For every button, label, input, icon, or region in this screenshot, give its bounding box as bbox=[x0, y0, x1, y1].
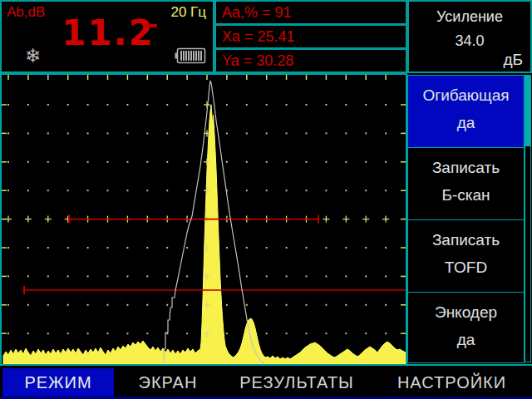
freeze-icon: ❄ bbox=[25, 45, 41, 67]
softkey-record-tofd[interactable]: Записать TOFD bbox=[407, 219, 525, 293]
softkey-state: Б-скан bbox=[408, 186, 524, 204]
softkey-state: да bbox=[408, 114, 524, 132]
measurement-aa: Aa,% = 91 bbox=[214, 0, 407, 25]
softkey-label: Записать bbox=[408, 159, 524, 177]
gain-label: Усиление bbox=[409, 8, 530, 26]
ascan-chart bbox=[2, 75, 406, 364]
measurements-panel: Aa,% = 91 Xa = 25.41 Ya = 30.28 bbox=[214, 0, 407, 73]
softkey-scrollbar[interactable] bbox=[525, 75, 531, 362]
tab-settings[interactable]: НАСТРОЙКИ bbox=[372, 368, 532, 397]
softkey-menu: Огибающая да Записать Б-скан Записать TO… bbox=[407, 73, 532, 366]
tab-results[interactable]: РЕЗУЛЬТАТЫ bbox=[222, 368, 372, 397]
minus-indicator bbox=[145, 24, 157, 27]
softkey-envelope[interactable]: Огибающая да bbox=[407, 75, 525, 148]
softkey-encoder[interactable]: Энкодер да bbox=[407, 292, 525, 363]
battery-icon bbox=[175, 47, 206, 67]
status-panel: Ab,dB 11.2 20 Гц ❄ bbox=[0, 0, 214, 73]
softkey-scrollbar-thumb[interactable] bbox=[525, 76, 530, 146]
tab-mode[interactable]: РЕЖИМ bbox=[2, 368, 114, 397]
mode-label: Ab,dB bbox=[7, 4, 45, 21]
softkey-record-bscan[interactable]: Записать Б-скан bbox=[407, 147, 525, 220]
measurement-ya: Ya = 30.28 bbox=[214, 48, 407, 73]
bottom-separator bbox=[0, 364, 532, 366]
gain-value: 34.0 bbox=[409, 32, 530, 50]
flaw-detector-screen: Ab,dB 11.2 20 Гц ❄ Aa,% = 91 Xa = 25.41 … bbox=[0, 0, 532, 399]
gain-panel: Усиление 34.0 дБ bbox=[407, 0, 532, 73]
bottom-menu: РЕЖИМ ЭКРАН РЕЗУЛЬТАТЫ НАСТРОЙКИ bbox=[0, 368, 532, 397]
ascan-scope bbox=[0, 73, 407, 366]
softkey-label: Записать bbox=[408, 231, 524, 249]
gain-unit: дБ bbox=[503, 51, 523, 69]
tab-screen[interactable]: ЭКРАН bbox=[114, 368, 222, 397]
softkey-label: Огибающая bbox=[408, 86, 524, 105]
prf-value: 20 Гц bbox=[170, 4, 206, 21]
softkey-label: Энкодер bbox=[408, 303, 524, 322]
measurement-xa: Xa = 25.41 bbox=[214, 24, 407, 49]
softkey-state: TOFD bbox=[408, 259, 524, 277]
softkey-state: да bbox=[408, 331, 524, 349]
attenuator-value: 11.2 bbox=[62, 12, 155, 53]
